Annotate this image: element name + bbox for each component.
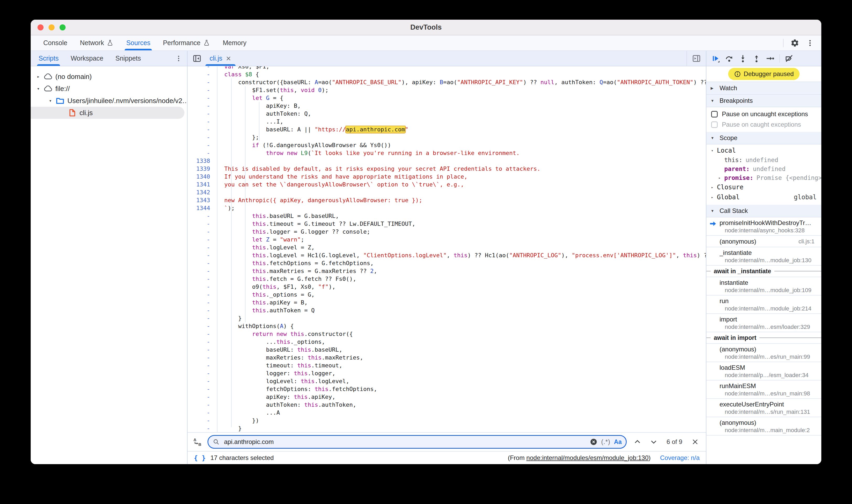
close-search-icon[interactable] — [690, 436, 700, 447]
step-out-icon[interactable] — [750, 52, 763, 65]
call-stack-frame[interactable]: _instantiatenode:internal/m…module_job:1… — [706, 247, 821, 266]
line-number-gutter[interactable]: - — [188, 126, 214, 133]
call-stack-frame[interactable]: loadESMnode:internal/p…/esm_loader:34 — [706, 362, 821, 380]
zoom-window-button[interactable] — [59, 24, 66, 31]
tree-item--no-domain-[interactable]: ▸(no domain) — [31, 71, 187, 83]
scope-section-header[interactable]: ▼ Scope — [706, 132, 821, 144]
search-previous-icon[interactable] — [632, 436, 643, 447]
line-number-gutter[interactable]: - — [188, 66, 214, 71]
match-case-toggle[interactable]: Aa — [614, 438, 622, 446]
line-number-gutter[interactable]: - — [188, 275, 214, 283]
navigator-more-kebab-icon[interactable] — [175, 51, 187, 66]
panel-tab-sources[interactable]: Sources — [126, 35, 150, 50]
line-number-gutter[interactable]: - — [188, 314, 214, 322]
settings-gear-icon[interactable] — [791, 39, 799, 48]
scope-property-promise[interactable]: ▸promise:Promise {<pending>} — [706, 173, 821, 182]
line-number-gutter[interactable]: 1341 — [188, 181, 214, 188]
line-number-gutter[interactable]: - — [188, 94, 214, 102]
tree-expander-icon[interactable]: ▾ — [47, 98, 54, 103]
line-number-gutter[interactable]: - — [188, 71, 214, 78]
line-number-gutter[interactable]: - — [188, 212, 214, 220]
replace-toggle-icon[interactable]: A B — [193, 437, 202, 447]
chevron-right-icon[interactable]: ▸ — [718, 176, 724, 180]
tree-expander-icon[interactable]: ▸ — [34, 74, 42, 79]
line-number-gutter[interactable]: - — [188, 346, 214, 354]
search-field[interactable]: (.*) Aa — [208, 435, 627, 449]
panel-tab-performance[interactable]: Performance — [163, 35, 210, 50]
line-number-gutter[interactable]: - — [188, 425, 214, 432]
call-stack-frame[interactable]: (anonymous)node:internal/m…main_module:2 — [706, 417, 821, 435]
line-number-gutter[interactable]: - — [188, 244, 214, 251]
call-stack-frame[interactable]: (anonymous)node:internal/m…es/run_main:9… — [706, 344, 821, 362]
line-number-gutter[interactable]: - — [188, 118, 214, 126]
scope-local[interactable]: ▾Local — [706, 146, 821, 156]
call-stack-frame[interactable]: executeUserEntryPointnode:internal/m…s/r… — [706, 399, 821, 417]
watch-section-header[interactable]: ▶ Watch — [706, 82, 821, 95]
line-number-gutter[interactable]: - — [188, 370, 214, 377]
pause-caught-checkbox[interactable] — [711, 121, 718, 128]
line-number-gutter[interactable]: - — [188, 299, 214, 307]
navigator-tab-snippets[interactable]: Snippets — [116, 51, 141, 66]
panel-tab-memory[interactable]: Memory — [223, 35, 246, 50]
navigator-tab-scripts[interactable]: Scripts — [39, 51, 58, 66]
line-number-gutter[interactable]: - — [188, 86, 214, 94]
regex-toggle[interactable]: (.*) — [601, 438, 610, 446]
minimize-window-button[interactable] — [49, 24, 55, 31]
line-number-gutter[interactable]: - — [188, 330, 214, 338]
coverage-link[interactable]: Coverage: n/a — [660, 454, 699, 462]
call-stack-frame[interactable]: promiseInitHookWithDestroyTr…node:intern… — [706, 217, 821, 236]
panel-tab-network[interactable]: Network — [80, 35, 114, 50]
line-number-gutter[interactable]: - — [188, 141, 214, 149]
scope-global[interactable]: ▸Globalglobal — [706, 192, 821, 202]
step-into-icon[interactable] — [737, 52, 749, 65]
close-tab-icon[interactable] — [226, 56, 231, 61]
tree-item-cli-js[interactable]: cli.js — [31, 107, 184, 119]
call-stack-frame[interactable]: (anonymous)cli.js:1 — [706, 236, 821, 247]
line-number-gutter[interactable]: 1343 — [188, 196, 214, 204]
line-number-gutter[interactable]: - — [188, 362, 214, 370]
pause-uncaught-checkbox[interactable] — [711, 111, 718, 118]
call-stack-frame[interactable]: runMainESMnode:internal/m…es/run_main:98 — [706, 380, 821, 399]
line-number-gutter[interactable]: - — [188, 307, 214, 314]
scope-property-this[interactable]: this:undefined — [706, 156, 821, 164]
source-origin-link[interactable]: (From node:internal/modules/esm/module_j… — [508, 454, 651, 462]
scope-closure[interactable]: ▸Closure — [706, 182, 821, 192]
line-number-gutter[interactable]: - — [188, 102, 214, 110]
code-editor[interactable]: -var Xs0, $F1;-class $8 {- constructor({… — [188, 66, 706, 432]
call-stack-frame[interactable]: runnode:internal/m…module_job:214 — [706, 295, 821, 314]
line-number-gutter[interactable]: - — [188, 236, 214, 244]
clear-search-icon[interactable] — [590, 438, 598, 446]
line-number-gutter[interactable]: - — [188, 267, 214, 275]
pretty-print-icon[interactable]: { } — [194, 454, 206, 462]
line-number-gutter[interactable]: - — [188, 149, 214, 157]
close-window-button[interactable] — [37, 24, 43, 31]
line-number-gutter[interactable]: - — [188, 377, 214, 385]
call-stack-frame[interactable]: importnode:internal/m…esm/loader:329 — [706, 314, 821, 332]
line-number-gutter[interactable]: 1340 — [188, 173, 214, 181]
line-number-gutter[interactable]: - — [188, 393, 214, 401]
resume-script-icon[interactable] — [710, 52, 722, 65]
line-number-gutter[interactable]: - — [188, 110, 214, 118]
editor-tab-clijs[interactable]: cli.js — [205, 51, 236, 66]
navigator-tab-workspace[interactable]: Workspace — [71, 51, 103, 66]
tree-expander-icon[interactable]: ▾ — [34, 87, 42, 91]
line-number-gutter[interactable]: - — [188, 338, 214, 346]
line-number-gutter[interactable]: - — [188, 409, 214, 417]
search-next-icon[interactable] — [648, 436, 659, 447]
line-number-gutter[interactable]: - — [188, 78, 214, 86]
line-number-gutter[interactable]: 1338 — [188, 157, 214, 165]
line-number-gutter[interactable]: - — [188, 354, 214, 362]
line-number-gutter[interactable]: - — [188, 291, 214, 299]
line-number-gutter[interactable]: 1344 — [188, 204, 214, 212]
tree-item-file-[interactable]: ▾file:// — [31, 83, 187, 95]
step-icon[interactable] — [764, 52, 776, 65]
line-number-gutter[interactable]: - — [188, 133, 214, 141]
line-number-gutter[interactable]: - — [188, 385, 214, 393]
line-number-gutter[interactable]: 1342 — [188, 188, 214, 196]
tree-item-users-jinhuilee-nvm-versions-node-v2-[interactable]: ▾Users/jinhuilee/.nvm/versions/node/v2… — [31, 95, 187, 107]
line-number-gutter[interactable]: - — [188, 228, 214, 236]
toggle-navigator-panel-icon[interactable] — [191, 53, 203, 64]
line-number-gutter[interactable]: 1339 — [188, 165, 214, 173]
scope-property-parent[interactable]: parent:undefined — [706, 164, 821, 173]
step-over-icon[interactable] — [723, 52, 735, 65]
